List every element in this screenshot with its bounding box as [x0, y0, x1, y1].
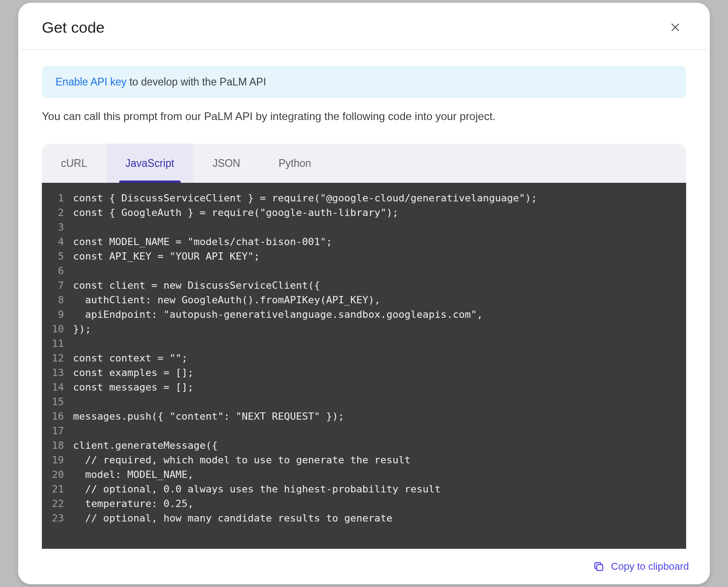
modal-body: Enable API key to develop with the PaLM … — [18, 50, 710, 549]
enable-api-banner: Enable API key to develop with the PaLM … — [42, 66, 686, 98]
enable-api-link[interactable]: Enable API key — [56, 76, 126, 88]
language-tabs: cURL JavaScript JSON Python — [42, 144, 686, 183]
modal-title: Get code — [42, 19, 105, 36]
close-icon — [670, 22, 680, 32]
code-card: cURL JavaScript JSON Python 1 2 3 4 5 6 … — [42, 144, 686, 549]
tab-javascript[interactable]: JavaScript — [106, 144, 193, 183]
get-code-modal: Get code Enable API key to develop with … — [18, 3, 710, 584]
modal-header: Get code — [18, 3, 710, 50]
tab-curl[interactable]: cURL — [42, 144, 106, 183]
tab-python[interactable]: Python — [259, 144, 330, 183]
code-content: const { DiscussServiceClient } = require… — [70, 183, 546, 549]
code-block[interactable]: 1 2 3 4 5 6 7 8 9 10 11 12 13 14 15 16 1… — [42, 183, 686, 549]
close-button[interactable] — [666, 18, 684, 36]
description-text: You can call this prompt from our PaLM A… — [42, 110, 686, 123]
banner-text: to develop with the PaLM API — [126, 76, 266, 88]
copy-label: Copy to clipboard — [611, 561, 689, 572]
modal-footer: Copy to clipboard — [18, 549, 710, 584]
line-numbers: 1 2 3 4 5 6 7 8 9 10 11 12 13 14 15 16 1… — [42, 183, 70, 549]
svg-rect-2 — [597, 565, 602, 571]
copy-to-clipboard-button[interactable]: Copy to clipboard — [593, 561, 689, 572]
copy-icon — [593, 561, 605, 572]
tab-json[interactable]: JSON — [193, 144, 259, 183]
